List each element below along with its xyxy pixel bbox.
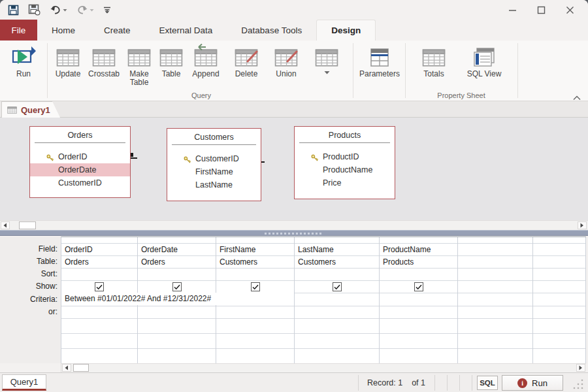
grid-cell-or[interactable] <box>458 306 532 319</box>
grid-cell[interactable] <box>138 319 216 334</box>
show-checkbox[interactable] <box>251 282 260 291</box>
grid-cell[interactable] <box>61 334 137 349</box>
grid-cell[interactable] <box>216 349 294 364</box>
query-type-dropdown-button[interactable] <box>310 43 344 74</box>
parameters-button[interactable]: Parameters <box>358 43 401 78</box>
grid-cell[interactable] <box>458 349 532 364</box>
delete-button[interactable]: Delete <box>229 43 264 78</box>
close-button[interactable] <box>555 0 584 20</box>
grid-cell-field[interactable]: OrderDate <box>138 244 216 256</box>
criteria-value-cell[interactable]: Between #01/01/2022# And #12/31/2022# <box>61 293 294 305</box>
table-button[interactable]: Table <box>157 43 186 78</box>
grid-cell[interactable] <box>380 319 457 334</box>
field-orderdate[interactable]: OrderDate <box>30 163 130 176</box>
grid-cell[interactable] <box>380 334 457 349</box>
show-checkbox[interactable] <box>414 282 423 291</box>
field-customerid[interactable]: CustomerID <box>30 176 130 189</box>
sql-view-button[interactable]: SQL View <box>461 43 507 78</box>
grid-cell[interactable] <box>458 319 532 334</box>
tab-file[interactable]: File <box>0 20 37 41</box>
grid-cell-field[interactable] <box>458 244 532 256</box>
grid-cell[interactable] <box>458 334 532 349</box>
pane-splitter[interactable] <box>0 230 588 236</box>
grid-cell-table[interactable] <box>533 256 585 269</box>
grid-cell-sort[interactable] <box>138 269 216 281</box>
field-productid[interactable]: ProductID <box>295 150 395 163</box>
show-checkbox[interactable] <box>333 282 342 291</box>
grid-cell[interactable] <box>458 237 532 244</box>
grid-cell[interactable] <box>216 319 294 334</box>
table-card-products[interactable]: Products ProductID ProductName Price <box>294 126 395 199</box>
totals-button[interactable]: Totals <box>417 43 451 78</box>
sql-view-toggle-button[interactable]: SQL <box>477 376 498 390</box>
grid-cell-field[interactable] <box>533 244 585 256</box>
design-hscrollbar[interactable] <box>0 220 588 230</box>
show-checkbox[interactable] <box>172 282 182 291</box>
grid-cell-sort[interactable] <box>61 269 137 281</box>
grid-cell-field[interactable]: LastName <box>295 244 379 256</box>
show-checkbox[interactable] <box>95 282 104 291</box>
field-firstname[interactable]: FirstName <box>167 165 261 178</box>
scroll-left-arrow[interactable] <box>62 364 71 372</box>
field-productname[interactable]: ProductName <box>295 163 395 176</box>
grid-cell-or[interactable] <box>295 306 379 319</box>
grid-cell[interactable] <box>61 349 137 364</box>
grid-cell-sort[interactable] <box>380 269 457 281</box>
grid-cell-sort[interactable] <box>295 269 379 281</box>
field-price[interactable]: Price <box>295 176 395 189</box>
crosstab-button[interactable]: Crosstab <box>86 43 122 78</box>
grid-cell-or[interactable] <box>216 306 294 319</box>
grid-cell[interactable] <box>295 334 379 349</box>
grid-cell-sort[interactable] <box>533 269 585 281</box>
grid-cell-table[interactable]: Orders <box>138 256 216 269</box>
tab-design[interactable]: Design <box>316 20 376 41</box>
grid-cell[interactable] <box>295 349 379 364</box>
scroll-right-arrow[interactable] <box>578 221 587 229</box>
make-table-button[interactable]: Make Table <box>123 43 155 87</box>
redo-button[interactable] <box>75 4 95 16</box>
scroll-thumb[interactable] <box>19 221 36 229</box>
grid-cell[interactable] <box>533 319 585 334</box>
save-as-icon[interactable] <box>27 3 42 17</box>
grid-cell-show[interactable] <box>533 281 585 293</box>
grid-cell-show[interactable] <box>380 281 457 293</box>
scroll-right-arrow[interactable] <box>576 364 585 372</box>
maximize-button[interactable] <box>527 0 555 20</box>
grid-cell-or[interactable] <box>380 306 457 319</box>
tab-database-tools[interactable]: Database Tools <box>227 20 316 41</box>
grid-cell[interactable] <box>380 237 457 244</box>
grid-cell-show[interactable] <box>216 281 294 293</box>
grid-cell-or[interactable] <box>138 306 216 319</box>
query-design-canvas[interactable]: Orders OrderID OrderDate CustomerID Cust… <box>0 118 588 220</box>
grid-cell-show[interactable] <box>138 281 216 293</box>
grid-cell[interactable] <box>295 237 379 244</box>
tab-external-data[interactable]: External Data <box>145 20 227 41</box>
grid-cell[interactable] <box>533 237 585 244</box>
grid-cell[interactable] <box>61 237 137 244</box>
save-icon[interactable] <box>7 3 20 17</box>
grid-cell[interactable] <box>380 349 457 364</box>
grid-cell-criteria[interactable] <box>295 293 379 306</box>
splitter-handle[interactable] <box>265 233 323 235</box>
grid-cell-table[interactable] <box>458 256 532 269</box>
grid-cell-or[interactable] <box>533 306 585 319</box>
customize-quick-access-icon[interactable] <box>102 5 112 15</box>
scroll-left-arrow[interactable] <box>1 221 10 229</box>
grid-hscrollbar[interactable] <box>61 363 586 372</box>
grid-cell-criteria[interactable] <box>533 293 585 306</box>
grid-cell[interactable] <box>61 319 137 334</box>
grid-cell[interactable] <box>216 334 294 349</box>
grid-cell[interactable] <box>138 334 216 349</box>
tab-home[interactable]: Home <box>37 20 90 41</box>
grid-cell-show[interactable] <box>61 281 137 293</box>
grid-cell-table[interactable]: Orders <box>61 256 137 269</box>
run-button[interactable]: Run <box>5 43 42 78</box>
grid-cell[interactable] <box>533 334 585 349</box>
grid-cell-table[interactable]: Customers <box>216 256 294 269</box>
scroll-thumb[interactable] <box>73 364 89 372</box>
union-button[interactable]: Union <box>269 43 303 78</box>
status-run-button[interactable]: i Run <box>502 375 563 391</box>
field-lastname[interactable]: LastName <box>167 178 261 191</box>
grid-cell-criteria[interactable] <box>380 293 457 306</box>
minimize-button[interactable] <box>498 0 527 20</box>
